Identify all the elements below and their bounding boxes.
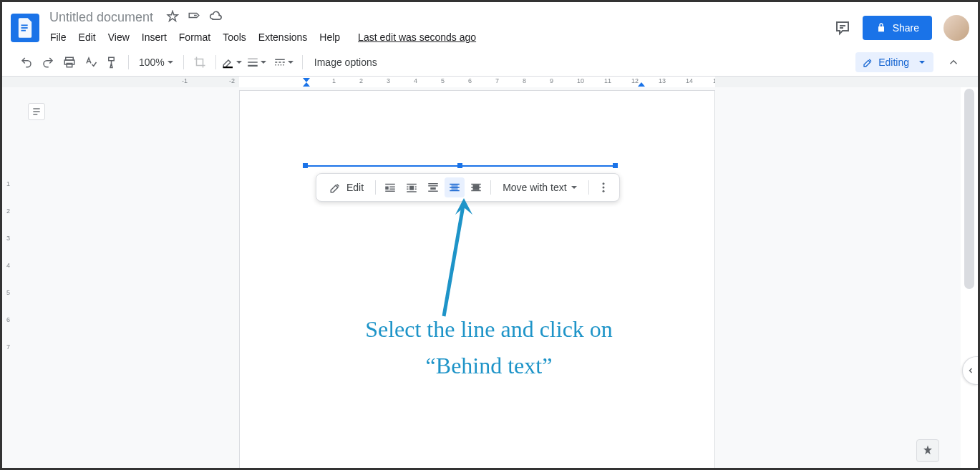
separator <box>375 180 376 195</box>
svg-rect-29 <box>409 186 414 190</box>
border-weight-button[interactable] <box>243 52 269 72</box>
cloud-icon[interactable] <box>209 10 223 25</box>
editing-mode-label: Editing <box>878 57 909 68</box>
svg-rect-34 <box>407 191 417 192</box>
svg-rect-18 <box>281 64 282 66</box>
horizontal-ruler[interactable]: -1 -2 1 2 3 4 5 6 7 8 9 10 11 12 13 14 1… <box>2 77 978 87</box>
indent-marker-right[interactable] <box>637 82 646 87</box>
svg-rect-12 <box>275 59 285 60</box>
separator <box>588 180 589 195</box>
resize-handle-left[interactable] <box>303 163 308 168</box>
menu-tools[interactable]: Tools <box>218 29 251 46</box>
behind-text-button[interactable] <box>445 177 465 197</box>
svg-rect-37 <box>430 187 436 190</box>
share-button[interactable]: Share <box>863 16 932 40</box>
ruler-mark: 9 <box>550 77 553 84</box>
svg-rect-45 <box>471 190 481 192</box>
spellcheck-button[interactable] <box>81 52 101 72</box>
svg-rect-1 <box>21 27 28 29</box>
svg-rect-0 <box>21 24 28 26</box>
border-color-button[interactable] <box>222 52 242 72</box>
explore-button[interactable] <box>916 439 939 462</box>
star-icon[interactable] <box>166 10 179 25</box>
ruler-mark: 5 <box>441 77 445 84</box>
undo-button[interactable] <box>16 52 37 72</box>
svg-rect-19 <box>283 64 284 66</box>
redo-button[interactable] <box>38 52 58 72</box>
vertical-ruler[interactable]: 1 2 3 4 5 6 7 <box>2 87 19 468</box>
ruler-mark: 6 <box>6 316 10 323</box>
ruler-mark: 4 <box>414 77 417 84</box>
svg-rect-9 <box>248 58 258 59</box>
resize-handle-right[interactable] <box>613 163 618 168</box>
svg-rect-36 <box>428 185 438 187</box>
ruler-mark: -1 <box>182 77 188 84</box>
vertical-scrollbar[interactable] <box>963 87 976 468</box>
menu-view[interactable]: View <box>103 29 135 46</box>
ruler-mark: 7 <box>495 77 499 84</box>
svg-rect-27 <box>385 191 395 192</box>
docs-logo[interactable] <box>11 14 39 42</box>
svg-rect-28 <box>407 184 417 185</box>
svg-rect-17 <box>278 64 279 66</box>
ruler-mark: 1 <box>332 77 336 84</box>
menu-insert[interactable]: Insert <box>137 29 172 46</box>
print-button[interactable] <box>59 52 79 72</box>
paint-format-button[interactable] <box>102 52 122 72</box>
editing-mode-button[interactable]: Editing <box>855 52 933 72</box>
document-canvas[interactable]: 1 2 3 4 5 6 7 Edit <box>2 87 961 468</box>
move-icon[interactable] <box>188 10 200 25</box>
separator <box>183 55 184 69</box>
svg-rect-15 <box>283 62 285 63</box>
menu-help[interactable]: Help <box>314 29 345 46</box>
document-outline-button[interactable] <box>28 103 45 120</box>
move-with-text-button[interactable]: Move with text <box>495 177 583 197</box>
svg-rect-11 <box>248 64 258 66</box>
resize-handle-middle[interactable] <box>457 163 462 168</box>
wrap-text-button[interactable] <box>402 177 422 197</box>
doc-title[interactable]: Untitled document <box>45 9 157 26</box>
zoom-select[interactable]: 100% <box>135 57 178 68</box>
ruler-mark: 5 <box>6 289 10 296</box>
more-options-button[interactable] <box>593 177 613 197</box>
menu-edit[interactable]: Edit <box>74 29 101 46</box>
menu-file[interactable]: File <box>45 29 72 46</box>
main-toolbar: 100% Image options Editing <box>2 48 978 77</box>
scrollbar-thumb[interactable] <box>964 89 974 289</box>
in-front-of-text-button[interactable] <box>466 177 486 197</box>
ruler-mark: 13 <box>659 77 666 84</box>
svg-rect-40 <box>450 184 460 185</box>
image-options-button[interactable]: Image options <box>309 57 383 68</box>
page[interactable] <box>239 90 715 468</box>
svg-rect-35 <box>428 183 438 185</box>
hide-menus-button[interactable] <box>943 52 964 72</box>
break-text-button[interactable] <box>423 177 443 197</box>
pencil-icon <box>863 57 874 68</box>
menu-extensions[interactable]: Extensions <box>253 29 312 46</box>
svg-rect-30 <box>407 187 408 188</box>
svg-rect-26 <box>389 189 395 190</box>
account-avatar[interactable] <box>943 15 969 41</box>
border-dash-button[interactable] <box>271 52 296 72</box>
separator <box>302 55 303 69</box>
inline-wrap-button[interactable] <box>380 177 400 197</box>
last-edit-link[interactable]: Last edit was seconds ago <box>353 29 481 46</box>
comment-history-icon[interactable] <box>834 19 851 36</box>
menu-format[interactable]: Format <box>174 29 215 46</box>
svg-rect-16 <box>275 64 276 66</box>
svg-point-48 <box>602 187 604 189</box>
image-floating-toolbar: Edit Move with text <box>316 173 620 202</box>
edit-drawing-button[interactable]: Edit <box>322 177 371 197</box>
crop-button[interactable] <box>190 52 210 72</box>
ruler-mark: 11 <box>604 77 611 84</box>
chevron-down-icon <box>168 61 173 64</box>
zoom-value: 100% <box>139 57 165 68</box>
svg-rect-23 <box>385 184 395 185</box>
ruler-mark: 2 <box>6 207 10 215</box>
svg-rect-32 <box>407 189 408 190</box>
svg-rect-41 <box>450 187 460 188</box>
indent-marker-left[interactable] <box>302 77 311 87</box>
svg-rect-14 <box>278 62 281 63</box>
svg-rect-13 <box>275 62 277 63</box>
ruler-mark: -2 <box>229 77 235 84</box>
